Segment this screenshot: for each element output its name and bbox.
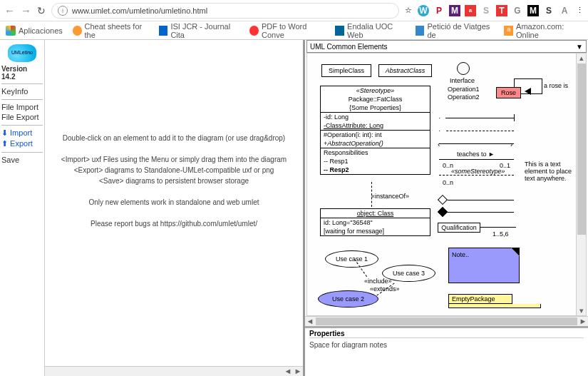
bookmark-item[interactable]: ISI JCR - Journal Cita — [159, 22, 240, 39]
arrow-element[interactable] — [480, 227, 516, 228]
palette-title: UML Common Elements — [310, 43, 388, 51]
fat-class-element[interactable]: «Stereotype» Package::FatClass {Some Pro… — [320, 86, 430, 175]
info-icon[interactable]: i — [58, 6, 68, 16]
note-corner-icon — [511, 248, 520, 256]
note-element[interactable]: Note.. — [448, 248, 520, 283]
arrow-element[interactable] — [439, 118, 514, 118]
properties-panel[interactable]: Properties Space for diagram notes — [305, 326, 588, 376]
properties-text[interactable]: Space for diagram notes — [309, 338, 584, 352]
multiplicity-label: 0..n — [443, 179, 453, 186]
arrow-head-icon: ‹ — [438, 141, 440, 148]
stereotype-label: «Stereotype» — [321, 86, 430, 95]
reload-icon[interactable]: ↻ — [37, 5, 46, 16]
file-import-button[interactable]: File Import — [1, 102, 43, 112]
element-label: Qualification — [441, 224, 477, 231]
interface-circle-icon[interactable] — [457, 62, 470, 75]
horizontal-scrollbar[interactable]: ◄► — [305, 316, 588, 326]
star-icon[interactable]: ☆ — [405, 6, 412, 15]
arrow-bar — [514, 114, 515, 121]
vertical-scrollbar[interactable]: ▴ ▾ — [576, 54, 586, 315]
rose-element[interactable]: Rose — [496, 87, 521, 98]
scrollbar-thumb[interactable] — [316, 317, 577, 325]
scroll-up-icon[interactable]: ▴ — [577, 54, 586, 63]
ext-icon[interactable]: T — [496, 5, 507, 16]
arrow-element[interactable] — [439, 212, 514, 213]
keyinfo-button[interactable]: KeyInfo — [1, 86, 43, 96]
help-line: Please report bugs at https://github.com… — [45, 218, 303, 229]
logo-text: UMLetino — [8, 50, 36, 55]
scroll-right-icon[interactable]: ► — [578, 317, 588, 326]
scroll-left-icon[interactable]: ◄ — [283, 367, 293, 376]
package-body — [448, 304, 541, 308]
palette-area[interactable]: SimpleClass AbstractClass «Stereotype» P… — [306, 53, 587, 316]
sidebar: UMLetino Version 14.2 KeyInfo File Impor… — [0, 40, 45, 376]
ext-icon[interactable]: S — [543, 5, 555, 16]
save-button[interactable]: Save — [1, 155, 43, 165]
export-button[interactable]: ⬆ Export — [1, 138, 43, 149]
horizontal-scrollbar[interactable]: ◄ ► — [45, 366, 303, 376]
scrollbar-thumb[interactable] — [577, 63, 586, 235]
note-label: Note.. — [452, 251, 469, 258]
bookmark-item[interactable]: aAmazon.com: Online — [504, 22, 582, 39]
canvas-help-text: Double-click on an element to add it to … — [45, 133, 303, 229]
arrow-element[interactable] — [439, 143, 514, 144]
abstract-class-element[interactable]: AbstractClass — [378, 64, 432, 77]
palette-selector[interactable]: UML Common Elements ▼ — [306, 40, 587, 53]
scroll-right-icon[interactable]: ► — [293, 367, 303, 376]
simple-class-element[interactable]: SimpleClass — [321, 64, 371, 77]
nav-back-icon[interactable]: ← — [4, 4, 15, 16]
bookmark-item[interactable]: PDF to Word Conve — [249, 22, 325, 39]
arrow-element[interactable] — [439, 159, 514, 160]
arrow-element[interactable] — [439, 200, 514, 200]
bookmark-item[interactable]: Endalia UOC Web — [335, 22, 405, 39]
element-label: AbstractClass — [386, 67, 425, 74]
element-label: SimpleClass — [329, 67, 364, 74]
export-label: Export — [10, 139, 33, 148]
element-label: Use case 3 — [393, 270, 425, 277]
url-text: www.umlet.com/umletino/umletino.html — [72, 6, 207, 15]
ext-icon[interactable]: M — [527, 5, 539, 16]
attr-label: -ClassAttribute: Long — [321, 121, 430, 130]
bookmark-item[interactable]: Petició de Viatges de — [416, 22, 495, 39]
menu-icon[interactable]: ⋮ — [576, 6, 584, 15]
multiplicity-label: 1..5,6 — [492, 230, 509, 238]
ext-icon[interactable]: M — [449, 5, 460, 16]
element-label: Use case 1 — [336, 255, 368, 263]
diagram-canvas[interactable]: Double-click on an element to add it to … — [45, 40, 305, 376]
stereotype-label: «someStereotype» — [451, 168, 505, 175]
object-class-element[interactable]: object: Class id: Long="36548" [waiting … — [320, 208, 430, 236]
ext-icon[interactable]: a — [465, 5, 476, 16]
file-export-button[interactable]: File Export — [1, 112, 43, 122]
scroll-left-icon[interactable]: ◄ — [305, 317, 315, 326]
element-label: Rose — [501, 89, 516, 96]
usecase-element[interactable]: Use case 1 — [325, 250, 378, 268]
arrow-element[interactable] — [439, 131, 514, 131]
empty-package-element[interactable]: EmptyPackage — [448, 294, 512, 304]
import-button[interactable]: ⬇ Import — [1, 128, 43, 138]
download-icon: ⬇ — [1, 128, 8, 137]
address-bar[interactable]: i www.umlet.com/umletino/umletino.html — [51, 3, 399, 19]
nav-forward-icon[interactable]: → — [21, 4, 31, 16]
arrow-element[interactable] — [439, 175, 514, 176]
apps-button[interactable]: Aplicaciones — [6, 26, 63, 36]
text-element[interactable]: This is a text element to place text any… — [525, 161, 574, 182]
dropdown-icon[interactable]: ▼ — [576, 43, 583, 51]
bookmark-bar: Aplicaciones Cheat sheets for the ISI JC… — [0, 21, 588, 40]
ext-icon[interactable]: A — [559, 5, 570, 16]
ext-icon[interactable]: W — [418, 5, 429, 16]
bookmark-item[interactable]: Cheat sheets for the — [73, 22, 149, 39]
help-line: Only new elements work in standalone and… — [45, 197, 303, 208]
usecase-element[interactable]: Use case 2 — [318, 290, 378, 308]
bookmark-icon — [159, 26, 168, 36]
op-label: Operation2 — [448, 93, 480, 101]
bookmark-label: Cheat sheets for the — [85, 22, 149, 39]
ext-icon[interactable]: G — [512, 5, 523, 16]
instanceof-label: «instanceOf» — [371, 193, 409, 200]
ext-icon[interactable]: P — [433, 5, 445, 16]
help-line: <Import> uxf Files using the Menu or sim… — [45, 154, 303, 165]
scroll-down-icon[interactable]: ▾ — [577, 306, 586, 315]
qualification-element[interactable]: Qualification — [438, 223, 480, 233]
ext-icon[interactable]: S — [480, 5, 492, 16]
include-label: «include» — [364, 278, 392, 285]
bookmark-label: Endalia UOC Web — [347, 22, 406, 39]
